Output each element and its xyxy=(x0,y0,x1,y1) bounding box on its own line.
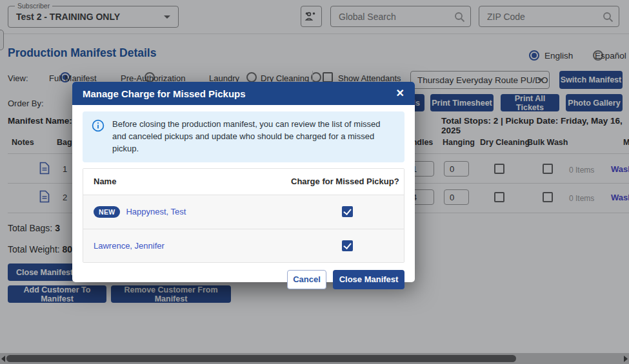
manage-charge-modal: Manage Charge for Missed Pickups ✕ Befor… xyxy=(72,82,415,282)
modal-header: Manage Charge for Missed Pickups ✕ xyxy=(72,82,415,105)
table-row: NEW Happynest, Test xyxy=(83,195,404,229)
customer-link[interactable]: Lawrence, Jennifer xyxy=(94,241,165,251)
info-icon xyxy=(92,119,105,132)
close-manifest-confirm-button[interactable]: Close Manifest xyxy=(333,270,404,289)
production-manifest-page: Subscriber Test 2 - TRAINING ONLY Global… xyxy=(0,0,629,364)
charge-header: Charge for Missed Pickup? xyxy=(291,177,404,186)
cancel-button[interactable]: Cancel xyxy=(287,270,326,289)
new-badge: NEW xyxy=(94,206,120,218)
charge-checkbox[interactable] xyxy=(342,240,353,251)
info-alert: Before closing the production manifest, … xyxy=(83,111,404,162)
modal-title: Manage Charge for Missed Pickups xyxy=(83,88,246,99)
name-header: Name xyxy=(83,177,291,186)
table-header-row: Name Charge for Missed Pickup? xyxy=(83,169,404,195)
info-alert-text: Before closing the production manifest, … xyxy=(112,119,395,155)
charge-checkbox[interactable] xyxy=(342,206,353,217)
close-icon[interactable]: ✕ xyxy=(396,88,404,99)
missed-pickups-table: Name Charge for Missed Pickup? NEW Happy… xyxy=(83,168,404,263)
table-row: Lawrence, Jennifer xyxy=(83,229,404,262)
customer-link[interactable]: Happynest, Test xyxy=(126,207,186,216)
